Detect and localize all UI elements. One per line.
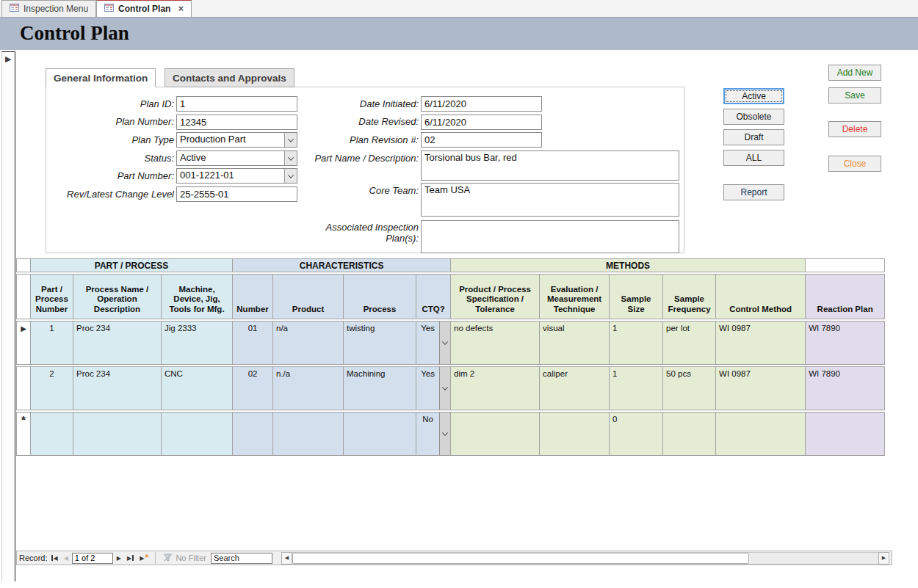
chevron-down-icon[interactable] (284, 169, 297, 183)
table-cell[interactable] (451, 412, 540, 456)
table-cell[interactable]: 2 (31, 366, 73, 410)
table-cell[interactable]: 1 (610, 321, 663, 365)
column-header[interactable]: Control Method (716, 274, 806, 319)
chevron-down-icon[interactable] (439, 322, 450, 364)
all-filter-button[interactable]: ALL (723, 150, 784, 166)
core-team-input[interactable]: Team USA (421, 183, 679, 217)
column-header[interactable]: Reaction Plan (806, 274, 885, 319)
table-cell[interactable] (806, 412, 885, 456)
previous-record-button[interactable]: ◀ (62, 552, 71, 564)
table-cell-ctq[interactable]: Yes (416, 321, 451, 365)
save-button[interactable]: Save (828, 87, 881, 104)
column-header[interactable]: CTQ? (416, 274, 451, 319)
last-record-button[interactable]: ▶ (125, 552, 136, 564)
form-record-selector-bar[interactable]: ▶ (1, 51, 15, 581)
table-cell[interactable]: Machining (344, 366, 416, 410)
table-cell[interactable] (73, 412, 162, 456)
part-name-input[interactable]: Torsional bus Bar, red (421, 150, 679, 181)
add-new-button[interactable]: Add New (828, 65, 881, 81)
table-cell[interactable]: CNC (162, 366, 233, 410)
column-header[interactable]: Process Name / Operation Description (73, 274, 162, 319)
close-tab-icon[interactable]: × (178, 5, 184, 12)
no-filter-button[interactable]: No Filter (160, 553, 209, 564)
table-cell[interactable]: WI 7890 (806, 321, 885, 365)
scrollbar-track[interactable] (292, 552, 878, 565)
table-cell[interactable]: 02 (233, 366, 273, 410)
row-selector-new[interactable]: * (16, 412, 31, 456)
table-cell[interactable] (344, 412, 416, 456)
active-filter-button[interactable]: Active (723, 88, 784, 104)
column-header[interactable]: Sample Size (610, 274, 663, 319)
column-header[interactable]: Machine, Device, Jig, Tools for Mfg. (162, 274, 233, 319)
report-button[interactable]: Report (723, 184, 784, 200)
table-cell[interactable] (31, 412, 73, 456)
column-header[interactable]: Evaluation / Measurement Technique (540, 274, 610, 319)
column-header[interactable]: Sample Frequency (663, 274, 716, 319)
tab-inspection-menu[interactable]: Inspection Menu (1, 0, 96, 17)
table-cell[interactable] (716, 412, 806, 456)
table-cell[interactable]: Proc 234 (73, 321, 162, 365)
column-header[interactable]: Number (233, 274, 273, 319)
horizontal-scrollbar[interactable]: ◀ ▶ (281, 552, 889, 565)
table-cell[interactable]: 0 (610, 412, 663, 456)
table-cell[interactable] (273, 412, 344, 456)
part-number-select[interactable]: 001-1221-01 (176, 168, 297, 184)
row-selector[interactable]: ▶ (16, 321, 31, 365)
tab-general-information[interactable]: General Information (46, 68, 156, 87)
column-header[interactable]: Product / Process Specification / Tolera… (451, 274, 540, 319)
chevron-down-icon[interactable] (284, 133, 297, 147)
table-cell[interactable]: n/a (273, 321, 344, 365)
scrollbar-thumb[interactable] (292, 553, 749, 564)
plan-number-input[interactable] (176, 115, 297, 130)
tab-control-plan[interactable]: Control Plan × (96, 0, 192, 17)
table-cell[interactable]: dim 2 (451, 366, 540, 410)
table-cell[interactable]: visual (540, 321, 610, 365)
table-cell[interactable] (663, 412, 716, 456)
scroll-right-icon[interactable]: ▶ (878, 552, 889, 565)
record-position-box[interactable] (72, 553, 113, 564)
table-cell[interactable]: no defects (451, 321, 540, 365)
column-header[interactable]: Product (273, 274, 344, 319)
table-cell[interactable] (540, 412, 610, 456)
table-cell[interactable]: Jig 2333 (162, 321, 233, 365)
column-header[interactable]: Process (344, 274, 416, 319)
plan-type-select[interactable]: Production Part (176, 132, 297, 148)
table-cell[interactable] (162, 412, 233, 456)
table-cell[interactable]: n./a (273, 366, 344, 410)
associated-plans-input[interactable] (421, 220, 679, 253)
obsolete-filter-button[interactable]: Obsolete (723, 109, 784, 125)
table-cell[interactable]: Proc 234 (73, 366, 162, 410)
next-record-button[interactable]: ▶ (115, 552, 123, 564)
chevron-down-icon[interactable] (439, 367, 450, 410)
table-cell[interactable]: WI 0987 (716, 366, 806, 410)
tab-contacts-and-approvals[interactable]: Contacts and Approvals (165, 68, 294, 87)
table-cell-ctq[interactable]: No (416, 412, 451, 456)
plan-id-input[interactable] (176, 96, 297, 112)
table-cell[interactable]: per lot (663, 321, 716, 365)
table-cell[interactable]: 01 (233, 321, 273, 365)
rev-change-level-input[interactable] (176, 186, 297, 202)
column-header[interactable]: Part / Process Number (31, 274, 73, 319)
table-cell[interactable]: WI 0987 (716, 321, 806, 365)
table-cell[interactable]: WI 7890 (806, 366, 885, 410)
scroll-left-icon[interactable]: ◀ (281, 552, 292, 565)
date-revised-input[interactable] (421, 115, 542, 130)
search-input[interactable] (211, 553, 272, 564)
chevron-down-icon[interactable] (439, 413, 450, 455)
plan-revision-input[interactable] (421, 132, 542, 148)
new-record-button[interactable]: ▶* (137, 552, 151, 564)
table-cell-ctq[interactable]: Yes (416, 366, 451, 410)
delete-button[interactable]: Delete (828, 121, 881, 137)
table-cell[interactable]: caliper (540, 366, 610, 410)
status-select[interactable]: Active (176, 150, 297, 166)
close-button[interactable]: Close (828, 156, 881, 172)
draft-filter-button[interactable]: Draft (723, 129, 784, 145)
table-cell[interactable]: twisting (344, 321, 416, 365)
first-record-button[interactable]: ◀ (49, 552, 60, 564)
row-selector[interactable] (16, 366, 31, 410)
table-cell[interactable]: 50 pcs (663, 366, 716, 410)
table-cell[interactable] (233, 412, 273, 456)
date-initiated-input[interactable] (421, 96, 542, 112)
table-cell[interactable]: 1 (610, 366, 663, 410)
table-cell[interactable]: 1 (31, 321, 73, 365)
